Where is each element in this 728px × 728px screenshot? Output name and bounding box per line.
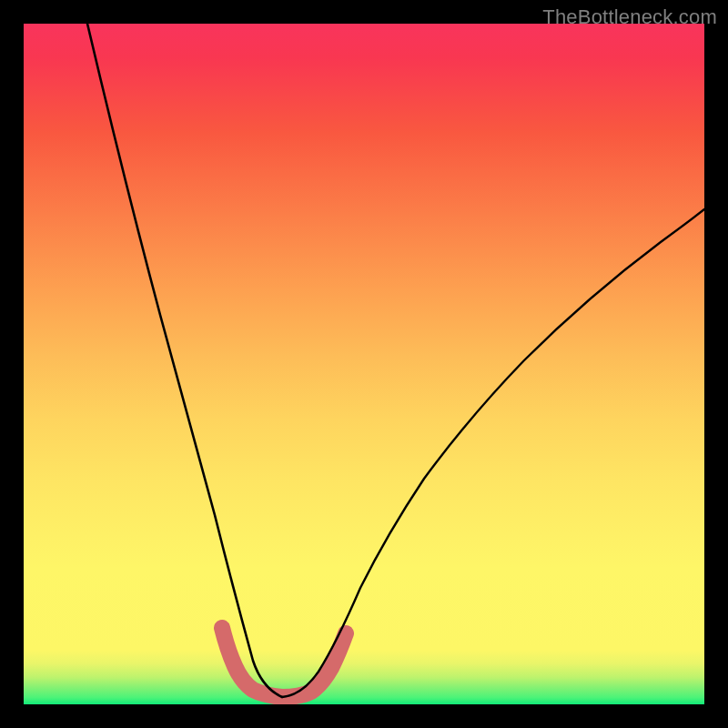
right-branch <box>282 209 704 697</box>
left-branch <box>87 24 282 697</box>
chart-area <box>24 24 704 704</box>
watermark-text: TheBottleneck.com <box>542 5 717 29</box>
highlight-segment <box>222 628 346 697</box>
curve-layer <box>24 24 704 704</box>
